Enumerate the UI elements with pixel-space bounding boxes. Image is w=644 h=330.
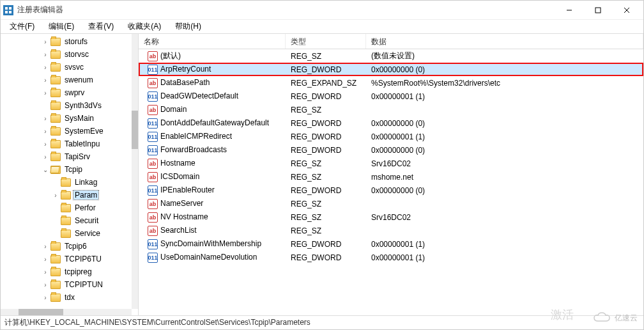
chevron-down-icon[interactable]: ⌄ [42,166,49,173]
chevron-right-icon[interactable]: › [42,51,49,58]
chevron-right-icon[interactable]: › [42,256,49,263]
tree-horizontal-scrollbar[interactable] [1,309,132,315]
tree-node[interactable]: ›TCPIPTUN [1,278,132,291]
values-list[interactable]: ab(默认)REG_SZ(数值未设置)011ArpRetryCountREG_D… [139,49,643,315]
tree-node-label[interactable]: SysMain [63,114,95,123]
value-row[interactable]: abNameServerREG_SZ [139,197,643,210]
scrollbar-thumb[interactable] [132,111,138,149]
chevron-right-icon[interactable]: › [42,90,49,97]
folder-icon [50,127,61,136]
tree-node[interactable]: ›tdx [1,291,132,304]
tree-node-label[interactable]: tcpipreg [63,267,93,276]
value-row[interactable]: abDataBasePathREG_EXPAND_SZ%SystemRoot%\… [139,76,643,90]
tree-node-label[interactable]: storufs [63,37,89,46]
tree-vertical-scrollbar[interactable] [132,34,138,309]
value-data: 0x00000000 (0) [366,65,643,74]
tree-node-label[interactable]: TCPIPTUN [63,280,104,289]
menu-view[interactable]: 查看(V) [82,20,120,33]
menu-favorites[interactable]: 收藏夹(A) [121,20,167,33]
tree-node-label[interactable]: SystemEve [63,127,105,136]
tree-node-label[interactable]: swprv [63,88,86,97]
value-row[interactable]: 011DeadGWDetectDefaultREG_DWORD0x0000000… [139,90,643,103]
chevron-right-icon[interactable]: › [42,38,49,45]
value-row[interactable]: abHostnameREG_SZSrv16DC02 [139,157,643,170]
tree-node-label[interactable]: TCPIP6TU [63,255,103,263]
value-row[interactable]: abNV HostnameREG_SZSrv16DC02 [139,210,643,224]
tree-node[interactable]: ›SystemEve [1,125,132,138]
tree-node[interactable]: ›swenum [1,74,132,86]
menu-file[interactable]: 文件(F) [3,20,41,33]
value-row[interactable]: abDomainREG_SZ [139,103,643,116]
chevron-right-icon[interactable]: › [42,115,49,122]
value-name: SearchList [160,226,197,235]
value-name: IPEnableRouter [160,185,215,194]
tree-node[interactable]: Linkag [1,176,132,189]
folder-icon [61,191,71,200]
titlebar[interactable]: 注册表编辑器 [1,1,643,20]
folder-icon [61,204,71,212]
chevron-right-icon[interactable]: › [42,128,49,135]
chevron-right-icon[interactable]: › [42,77,49,84]
tree-node-label[interactable]: tdx [63,293,76,302]
tree-node-label[interactable]: TabletInpu [63,139,101,148]
chevron-right-icon[interactable]: › [42,281,49,288]
tree-node[interactable]: ›Tcpip6 [1,240,132,253]
tree-node[interactable]: ›TapiSrv [1,150,132,163]
tree-node-label[interactable]: Linkag [73,178,98,187]
tree-node[interactable]: Perfor [1,201,132,214]
tree-node-label[interactable]: Synth3dVs [63,101,103,110]
chevron-right-icon[interactable]: › [42,294,49,301]
scrollbar-thumb[interactable] [19,309,63,315]
column-data[interactable]: 数据 [366,34,643,49]
value-row[interactable]: 011DontAddDefaultGatewayDefaultREG_DWORD… [139,116,643,130]
tree-node[interactable]: ›storvsc [1,48,132,61]
tree-node[interactable]: Securit [1,214,132,227]
column-name[interactable]: 名称 [139,34,286,49]
chevron-right-icon[interactable]: › [42,153,49,161]
minimize-button[interactable] [555,1,583,19]
tree-node[interactable]: ›TCPIP6TU [1,253,132,265]
chevron-right-icon[interactable]: › [52,192,59,199]
chevron-right-icon[interactable]: › [42,243,49,250]
value-row[interactable]: 011ArpRetryCountREG_DWORD0x00000000 (0) [139,63,643,76]
tree-node-label[interactable]: Param [73,191,98,200]
menu-help[interactable]: 帮助(H) [169,20,208,33]
value-row[interactable]: 011ForwardBroadcastsREG_DWORD0x00000000 … [139,143,643,157]
value-row[interactable]: abICSDomainREG_SZmshome.net [139,170,643,184]
tree-node-label[interactable]: Service [73,229,102,238]
tree-node[interactable]: ›SysMain [1,112,132,125]
tree-node[interactable]: ›Param [1,189,132,201]
value-row[interactable]: 011IPEnableRouterREG_DWORD0x00000000 (0) [139,184,643,197]
tree-node[interactable]: ⌄Tcpip [1,163,132,176]
value-row[interactable]: ab(默认)REG_SZ(数值未设置) [139,49,643,63]
registry-tree[interactable]: ›storufs›storvsc›svsvc›swenum›swprvSynth… [1,34,132,309]
value-row[interactable]: abSearchListREG_SZ [139,224,643,237]
tree-node-label[interactable]: Securit [73,216,100,225]
tree-node[interactable]: ›svsvc [1,61,132,74]
tree-node-label[interactable]: svsvc [63,63,85,72]
tree-node-label[interactable]: storvsc [63,50,90,59]
tree-node[interactable]: ›TabletInpu [1,138,132,150]
folder-icon [50,114,61,123]
close-button[interactable] [612,1,641,19]
tree-node[interactable]: ›swprv [1,86,132,99]
value-row[interactable]: 011SyncDomainWithMembershipREG_DWORD0x00… [139,237,643,251]
value-row[interactable]: 011EnableICMPRedirectREG_DWORD0x00000001… [139,130,643,143]
value-name: DeadGWDetectDefault [160,91,238,100]
menu-edit[interactable]: 编辑(E) [42,20,80,33]
value-row[interactable]: 011UseDomainNameDevolutionREG_DWORD0x000… [139,251,643,264]
tree-node-label[interactable]: TapiSrv [63,152,91,161]
column-type[interactable]: 类型 [286,34,366,49]
tree-node-label[interactable]: Tcpip6 [63,242,88,251]
tree-node[interactable]: Synth3dVs [1,99,132,112]
chevron-right-icon[interactable]: › [42,64,49,71]
tree-node-label[interactable]: Perfor [73,203,97,212]
tree-node[interactable]: ›tcpipreg [1,265,132,278]
maximize-button[interactable] [583,1,612,19]
tree-node[interactable]: Service [1,227,132,240]
chevron-right-icon[interactable]: › [42,141,49,148]
chevron-right-icon[interactable]: › [42,269,49,276]
tree-node[interactable]: ›storufs [1,35,132,48]
tree-node-label[interactable]: swenum [63,75,95,84]
tree-node-label[interactable]: Tcpip [63,165,84,174]
